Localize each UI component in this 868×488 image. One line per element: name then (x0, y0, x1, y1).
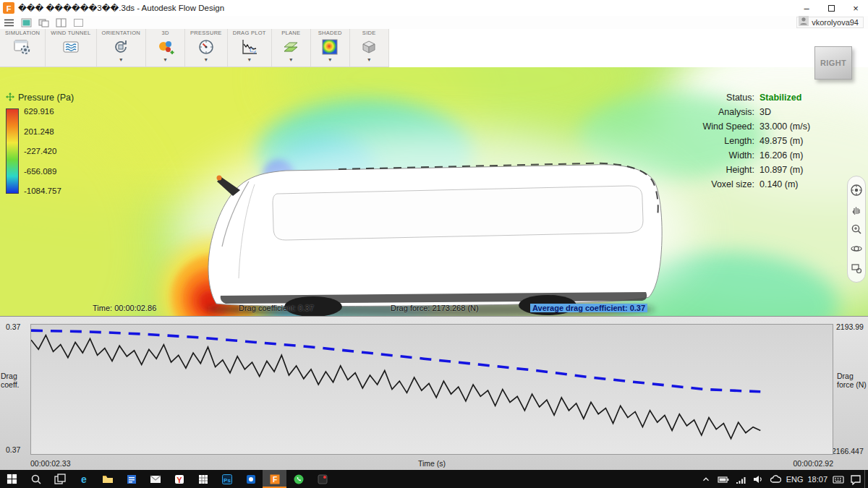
ribbon-group-3d[interactable]: 3D ▾ (146, 29, 185, 67)
quick-access-bar: vkorolyova94 (0, 16, 868, 29)
pan-icon[interactable] (850, 203, 863, 216)
system-tray: ENG18:07 (697, 470, 864, 488)
legend-axes-icon (6, 91, 14, 104)
average-drag-line (31, 330, 760, 392)
show-desktop-button[interactable] (864, 470, 868, 488)
ribbon-group-pressure[interactable]: PRESSURE ▾ (185, 29, 228, 67)
orientation-icon[interactable] (111, 37, 130, 57)
close-button[interactable]: × (843, 0, 868, 16)
yandex-browser-taskbar-button[interactable]: Y (167, 470, 191, 488)
recorder-taskbar-button[interactable] (310, 470, 334, 488)
x-axis-title: Time (s) (418, 459, 446, 468)
flow-design-taskbar-button[interactable]: F (263, 470, 286, 488)
orbit-icon[interactable] (850, 242, 863, 255)
dropdown-caret-icon[interactable]: ▾ (163, 57, 166, 64)
blue-app-taskbar-button[interactable] (239, 470, 263, 488)
task-view-taskbar-button[interactable] (48, 470, 72, 488)
right-axis-top-tick: 2193.99 (836, 322, 864, 331)
svg-text:e: e (81, 474, 87, 485)
width-value: 16.206 (m) (760, 150, 826, 160)
user-name: vkorolyova94 (812, 18, 859, 27)
ribbon-group-label: 3D (161, 30, 169, 36)
right-axis-title: Drag force (N) (837, 372, 867, 389)
mail-taskbar-button[interactable] (143, 470, 167, 488)
viewport-3d[interactable]: Pressure (Pa) 629.916 201.248 -227.420 -… (0, 67, 868, 316)
whatsapp-taskbar-button[interactable] (286, 470, 310, 488)
window-controls: – × (794, 0, 868, 16)
dropdown-caret-icon[interactable]: ▾ (289, 57, 292, 64)
ribbon-group-side[interactable]: SIDE ▾ (350, 29, 389, 67)
split-view-button[interactable] (55, 17, 67, 28)
wind-tunnel-icon[interactable] (61, 37, 80, 57)
legend-values: 629.916 201.248 -227.420 -656.089 -1084.… (24, 107, 61, 195)
snapshot-button[interactable] (38, 17, 50, 28)
legend-value: -227.420 (24, 147, 61, 155)
search-taskbar-button[interactable] (24, 470, 48, 488)
left-axis-top-tick: 0.37 (6, 322, 20, 331)
touch-keyboard-icon[interactable] (830, 470, 847, 488)
status-value: Stabilized (760, 93, 826, 103)
right-axis-bottom-tick: 2166.447 (832, 447, 864, 455)
plane-icon[interactable] (281, 37, 300, 57)
analysis-label: Analysis: (686, 107, 760, 117)
onedrive-icon[interactable] (767, 470, 784, 488)
hidden-icons-chevron[interactable] (697, 470, 715, 488)
dropdown-caret-icon[interactable]: ▾ (328, 57, 331, 64)
ribbon-group-label: SHADED (318, 30, 342, 36)
appearance-style-button[interactable] (20, 17, 33, 28)
ribbon-group-orientation[interactable]: ORIENTATION ▾ (97, 29, 146, 67)
dropdown-caret-icon[interactable]: ▾ (205, 57, 208, 64)
length-value: 49.875 (m) (760, 136, 826, 146)
left-axis-title: Drag coeff. (1, 372, 20, 389)
start-taskbar-button[interactable] (0, 470, 24, 488)
left-axis-bottom-tick: 0.37 (6, 445, 20, 454)
volume-icon[interactable] (749, 470, 767, 488)
photoshop-taskbar-button[interactable]: Ps (215, 470, 239, 488)
zoom-icon[interactable] (850, 223, 863, 236)
ribbon-group-shaded[interactable]: SHADED ▾ (311, 29, 350, 67)
edge-taskbar-button[interactable]: e (72, 470, 95, 488)
ribbon-group-label: PLANE (281, 30, 300, 36)
minimize-button[interactable]: – (794, 0, 819, 16)
svg-text:F: F (272, 476, 276, 484)
simulation-icon[interactable] (13, 37, 32, 57)
pressure-gauge-icon[interactable] (197, 37, 216, 57)
user-account-button[interactable]: vkorolyova94 (796, 17, 864, 28)
3d-results-icon[interactable] (156, 37, 175, 57)
ribbon-group-label: SIDE (362, 30, 376, 36)
ribbon-group-wind-tunnel[interactable]: WIND TUNNEL (46, 29, 96, 67)
language-indicator[interactable]: ENG (784, 470, 806, 488)
app-menu-icon[interactable] (3, 17, 15, 28)
ribbon-group-plane[interactable]: PLANE ▾ (272, 29, 311, 67)
simulation-status-panel: Status:Stabilized Analysis:3D Wind Speed… (686, 90, 826, 192)
zoom-window-icon[interactable] (850, 262, 863, 275)
ribbon-group-simulation[interactable]: SIMULATION (0, 29, 46, 67)
voxel-size-value: 0.140 (m) (760, 179, 826, 189)
dropdown-caret-icon[interactable]: ▾ (248, 57, 251, 64)
drag-coefficient-readout: Drag coefficient: 0.37 (239, 304, 314, 312)
title-bar: F ��� ������3��.3ds - Autodesk Flow Desi… (0, 0, 868, 16)
view-cube[interactable]: RIGHT (814, 46, 852, 80)
legend-colorbar (6, 108, 19, 194)
view-side-cube-icon[interactable] (359, 37, 378, 57)
file-explorer-taskbar-button[interactable] (95, 470, 119, 488)
steering-wheel-icon[interactable] (850, 184, 863, 197)
calculator-taskbar-button[interactable] (191, 470, 215, 488)
battery-icon[interactable] (715, 470, 732, 488)
shaded-icon[interactable] (320, 37, 339, 57)
action-center-icon[interactable] (847, 470, 864, 488)
ribbon-group-label: ORIENTATION (102, 30, 140, 36)
clock[interactable]: 18:07 (805, 470, 830, 488)
drag-plot-icon[interactable]: Cd (240, 37, 259, 57)
ribbon-group-drag-plot[interactable]: DRAG PLOT Cd ▾ (228, 29, 272, 67)
dropdown-caret-icon[interactable]: ▾ (367, 57, 370, 64)
window-layout-button[interactable] (72, 17, 85, 28)
network-icon[interactable] (732, 470, 749, 488)
maximize-button[interactable] (819, 0, 843, 16)
documents-taskbar-button[interactable] (119, 470, 143, 488)
legend-value: -1084.757 (24, 187, 61, 195)
user-avatar-icon (799, 16, 809, 29)
dropdown-caret-icon[interactable]: ▾ (119, 57, 122, 64)
drag-plot-area[interactable] (30, 324, 833, 455)
window-title: ��� ������3��.3ds - Autodesk Flow Design (18, 3, 224, 13)
